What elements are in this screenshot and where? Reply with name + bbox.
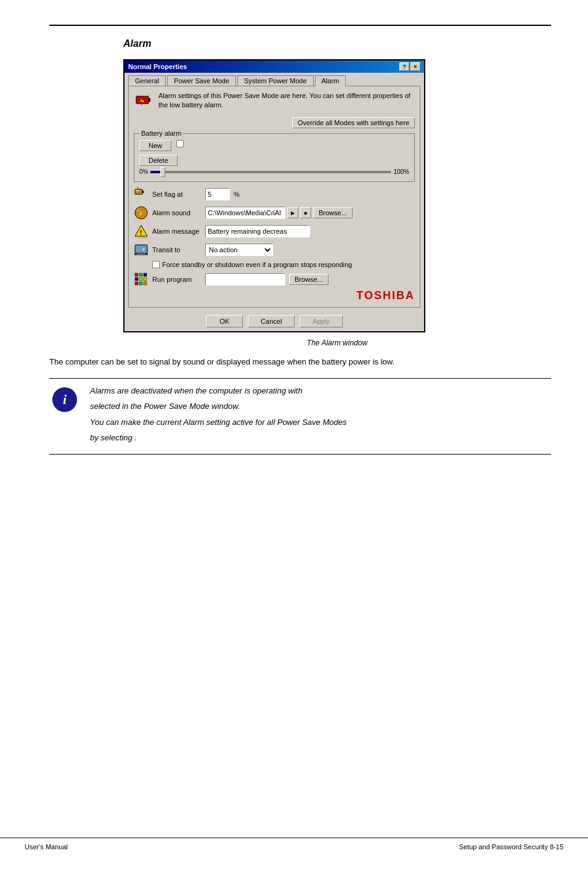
tab-general[interactable]: General: [128, 75, 166, 86]
alarm-sound-input[interactable]: [205, 207, 285, 219]
force-label: Force standby or shutdown even if a prog…: [162, 261, 352, 268]
close-button[interactable]: ×: [410, 62, 420, 71]
titlebar-buttons: ? ×: [399, 62, 420, 71]
run-program-icon: [134, 272, 149, 287]
ok-button[interactable]: OK: [206, 315, 243, 327]
svg-rect-34: [139, 282, 142, 285]
dialog-title: Normal Properties: [128, 63, 187, 70]
slider-thumb[interactable]: [160, 167, 165, 177]
svg-rect-30: [139, 273, 142, 276]
override-button[interactable]: Override all Modes with settings here: [292, 117, 415, 128]
set-flag-label: Set flag at: [152, 191, 202, 198]
battery-alarm-legend: Battery alarm: [139, 130, 183, 137]
alarm-icon-svg: ✦ ✦: [134, 91, 153, 111]
set-flag-input[interactable]: [205, 188, 230, 200]
force-row: Force standby or shutdown even if a prog…: [152, 261, 415, 268]
set-flag-row: Set flag at %: [134, 187, 415, 202]
set-flag-unit: %: [234, 191, 240, 198]
run-program-row: Run program Browse...: [134, 272, 415, 287]
alarm-header: ✦ ✦ Alarm settings of this Power Save Mo…: [134, 91, 415, 111]
slider-track[interactable]: [150, 171, 391, 173]
svg-rect-36: [144, 278, 147, 281]
set-flag-icon: [134, 187, 149, 202]
info-line-1: Alarms are deactivated when the computer…: [90, 385, 551, 397]
new-checkbox[interactable]: [176, 140, 184, 147]
info-text-block: Alarms are deactivated when the computer…: [90, 385, 551, 448]
svg-rect-31: [135, 278, 138, 281]
page-footer: User's Manual Setup and Password Securit…: [0, 838, 588, 850]
transit-label: Transit to: [152, 246, 202, 253]
svg-text:!: !: [140, 229, 142, 236]
alarm-message-icon: !: [134, 224, 149, 239]
svg-rect-2: [149, 98, 150, 102]
tab-alarm[interactable]: Alarm: [315, 75, 346, 86]
info-line-3: You can make the current Alarm setting a…: [90, 416, 551, 429]
delete-button[interactable]: Delete: [139, 155, 178, 166]
info-icon-container: i: [49, 385, 80, 448]
info-line-2: selected in the Power Save Mode window.: [90, 400, 551, 413]
svg-text:♫: ♫: [136, 207, 140, 213]
svg-rect-37: [144, 282, 147, 285]
run-program-browse-button[interactable]: Browse...: [289, 274, 329, 285]
slider-max-label: 100%: [393, 168, 409, 175]
run-program-label: Run program: [152, 276, 202, 283]
svg-rect-8: [142, 191, 144, 193]
body-paragraph: The computer can be set to signal by sou…: [49, 356, 481, 368]
transit-row: Transit to No action Standby Hibernate S…: [134, 242, 415, 257]
info-line-4: by selecting .: [90, 432, 551, 444]
play-button[interactable]: ▶: [287, 207, 298, 218]
tab-system-power-mode[interactable]: System Power Mode: [237, 75, 313, 86]
section-title: Alarm: [123, 38, 551, 49]
battery-alarm-group: Battery alarm New Delete 0%: [134, 133, 415, 182]
dialog-caption: The Alarm window: [123, 339, 551, 347]
svg-rect-23: [136, 245, 147, 252]
alarm-header-text: Alarm settings of this Power Save Mode a…: [158, 91, 415, 110]
toshiba-logo: TOSHIBA: [134, 289, 415, 302]
sound-controls: ▶ ■ Browse...: [205, 207, 353, 219]
svg-rect-35: [144, 273, 147, 276]
force-checkbox[interactable]: [152, 261, 160, 268]
svg-rect-29: [135, 273, 138, 276]
slider-min-label: 0%: [139, 168, 148, 175]
alarm-message-input[interactable]: [205, 225, 310, 237]
normal-properties-dialog: Normal Properties ? × General Power Save…: [123, 59, 425, 332]
info-icon: i: [52, 387, 77, 412]
tab-power-save-mode[interactable]: Power Save Mode: [167, 75, 236, 86]
page-container: Alarm Normal Properties ? × General Powe…: [0, 0, 588, 869]
footer-right: Setup and Password Security 8-15: [459, 843, 563, 850]
dialog-tabs: General Power Save Mode System Power Mod…: [125, 73, 424, 86]
dialog-content: ✦ ✦ Alarm settings of this Power Save Mo…: [128, 86, 420, 308]
cancel-button[interactable]: Cancel: [248, 315, 295, 327]
run-program-input[interactable]: [205, 273, 285, 286]
transit-icon: [134, 242, 149, 257]
help-button[interactable]: ?: [399, 62, 409, 71]
svg-rect-32: [139, 278, 142, 281]
dialog-footer: OK Cancel Apply: [125, 311, 424, 331]
new-button[interactable]: New: [139, 140, 171, 151]
alarm-message-row: ! Alarm message: [134, 224, 415, 239]
top-rule: [49, 25, 551, 26]
alarm-message-label: Alarm message: [152, 228, 202, 235]
footer-left: User's Manual: [25, 843, 68, 850]
alarm-sound-label: Alarm sound: [152, 209, 202, 216]
svg-rect-33: [135, 282, 138, 285]
stop-button[interactable]: ■: [300, 207, 311, 218]
svg-text:✦: ✦: [147, 93, 150, 96]
alarm-buttons: New: [139, 140, 409, 151]
alarm-sound-row: ♪ ♫ Alarm sound ▶ ■ Browse...: [134, 205, 415, 220]
dialog-container: Normal Properties ? × General Power Save…: [123, 59, 425, 332]
alarm-sound-browse-button[interactable]: Browse...: [313, 207, 353, 218]
alarm-header-icon: ✦ ✦: [134, 91, 153, 111]
info-box: i Alarms are deactivated when the comput…: [49, 378, 551, 455]
dialog-titlebar: Normal Properties ? ×: [125, 60, 424, 73]
svg-text:✦: ✦: [135, 93, 138, 96]
transit-select[interactable]: No action Standby Hibernate Shutdown: [205, 244, 273, 256]
slider-row: 0% 100%: [139, 168, 409, 175]
apply-button[interactable]: Apply: [300, 315, 343, 327]
svg-rect-9: [136, 190, 139, 191]
alarm-sound-icon: ♪ ♫: [134, 205, 149, 220]
